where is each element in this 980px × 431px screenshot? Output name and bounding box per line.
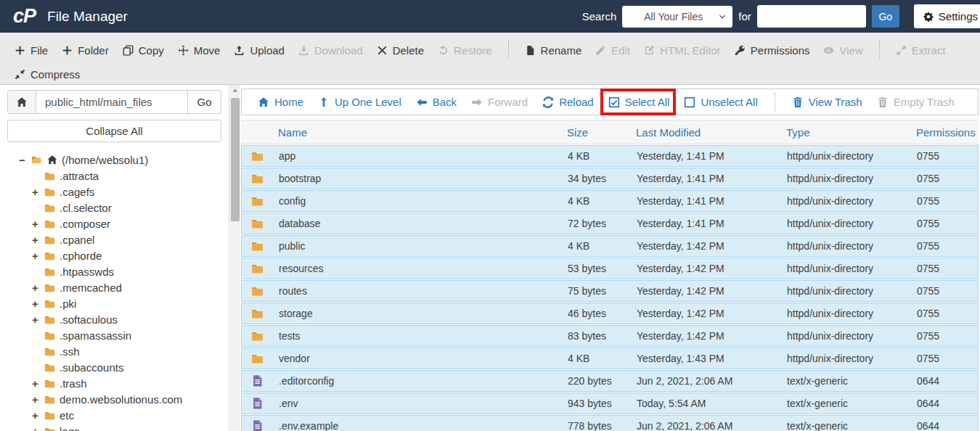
file-row[interactable]: app 4 KB Yesterday, 1:41 PM httpd/unix-d… bbox=[241, 145, 979, 167]
file-row[interactable]: storage 46 bytes Yesterday, 1:42 PM http… bbox=[241, 303, 979, 324]
tree-item[interactable]: − (/home/websolu1) bbox=[7, 152, 221, 168]
scroll-up-arrow[interactable] bbox=[231, 86, 240, 95]
column-header-last-modified[interactable]: Last Modified bbox=[636, 126, 701, 139]
column-header-permissions[interactable]: Permissions bbox=[916, 126, 976, 139]
sidebar-scrollbar[interactable] bbox=[229, 85, 240, 431]
folder-icon bbox=[251, 353, 264, 365]
tree-item[interactable]: + .composer bbox=[7, 216, 221, 231]
file-last-modified: Yesterday, 1:41 PM bbox=[637, 218, 724, 229]
search-go-button[interactable]: Go bbox=[872, 5, 899, 28]
toolbar-button[interactable]: Extract bbox=[896, 44, 946, 57]
tree-expander[interactable]: + bbox=[30, 377, 40, 390]
filenav-button[interactable]: View Trash bbox=[792, 96, 862, 108]
search-for-label: for bbox=[738, 10, 751, 22]
file-size: 34 bytes bbox=[568, 173, 606, 184]
tree-expander[interactable]: + bbox=[30, 313, 40, 326]
filenav-button[interactable]: Forward bbox=[471, 96, 528, 108]
tree-item[interactable]: + .cphorde bbox=[7, 247, 221, 263]
tree-expander[interactable]: + bbox=[30, 218, 40, 230]
toolbar-button[interactable]: Delete bbox=[377, 44, 424, 57]
tree-expander[interactable]: + bbox=[30, 425, 40, 431]
tree-expander[interactable]: + bbox=[30, 282, 40, 294]
tree-item[interactable]: + logs bbox=[7, 423, 221, 431]
tree-expander[interactable]: + bbox=[30, 186, 40, 198]
tree-expander[interactable]: + bbox=[30, 234, 40, 246]
tree-expander[interactable]: − bbox=[17, 154, 27, 166]
file-last-modified: Yesterday, 1:42 PM bbox=[637, 330, 724, 342]
tree-item[interactable]: .htpasswds bbox=[7, 263, 221, 279]
tree-expander[interactable]: + bbox=[30, 393, 40, 406]
toolbar-row-1: File Folder Copy Move Upload bbox=[15, 36, 980, 64]
toolbar-button[interactable]: Folder bbox=[62, 44, 109, 57]
file-type: httpd/unix-directory bbox=[787, 353, 873, 364]
toolbar-button[interactable]: Rename bbox=[525, 44, 582, 57]
file-row[interactable]: tests 83 bytes Yesterday, 1:42 PM httpd/… bbox=[241, 325, 979, 347]
tree-expander[interactable]: + bbox=[30, 297, 40, 310]
file-row[interactable]: vendor 4 KB Yesterday, 1:43 PM httpd/uni… bbox=[241, 348, 979, 369]
search-scope-select[interactable]: All Your Files bbox=[622, 6, 732, 28]
file-row[interactable]: database 72 bytes Yesterday, 1:41 PM htt… bbox=[241, 213, 979, 234]
tree-item[interactable]: .subaccounts bbox=[7, 359, 221, 375]
toolbar-button[interactable]: Permissions bbox=[735, 44, 810, 57]
tree-item[interactable]: + .cagefs bbox=[7, 184, 221, 200]
toolbar-button[interactable]: Download bbox=[298, 44, 363, 57]
column-header-name[interactable]: Name bbox=[278, 126, 307, 139]
filenav-button[interactable]: Reload bbox=[542, 96, 594, 108]
settings-button[interactable]: Settings bbox=[914, 4, 980, 28]
tree-item[interactable]: .attracta bbox=[7, 168, 221, 184]
column-header-size[interactable]: Size bbox=[567, 126, 588, 139]
toolbar-button[interactable]: Restore bbox=[438, 44, 492, 57]
tree-item[interactable]: .spamassassin bbox=[7, 327, 221, 343]
tree-item[interactable]: + .cpanel bbox=[7, 231, 221, 247]
toolbar-button[interactable]: Edit bbox=[595, 44, 630, 57]
toolbar-button[interactable]: Copy bbox=[123, 44, 164, 57]
collapse-all-button[interactable]: Collapse All bbox=[7, 120, 221, 142]
toolbar-divider bbox=[775, 93, 775, 112]
tree-item[interactable]: + .pki bbox=[7, 295, 221, 311]
checkbox-empty-icon bbox=[684, 97, 695, 108]
scrollbar-thumb[interactable] bbox=[231, 98, 240, 221]
toolbar-button[interactable]: Upload bbox=[234, 44, 285, 57]
file-row[interactable]: routes 75 bytes Yesterday, 1:42 PM httpd… bbox=[241, 280, 979, 302]
toolbar-button[interactable]: HTML Editor bbox=[644, 44, 721, 57]
filenav-button[interactable]: Select All bbox=[608, 96, 670, 108]
filenav-button[interactable]: Home bbox=[258, 96, 303, 108]
file-row[interactable]: .editorconfig 220 bytes Jun 2, 2021, 2:0… bbox=[241, 370, 979, 392]
tree-expander[interactable]: + bbox=[30, 409, 40, 422]
tree-item[interactable]: + demo.websolutionus.com bbox=[7, 391, 221, 407]
folder-icon bbox=[251, 240, 264, 253]
file-icon bbox=[525, 45, 536, 56]
toolbar-button[interactable]: View bbox=[823, 44, 862, 57]
file-permissions: 0644 bbox=[917, 398, 939, 409]
toolbar-button[interactable]: Move bbox=[178, 44, 221, 57]
tree-item[interactable]: + .memcached bbox=[7, 279, 221, 295]
tree-item[interactable]: + .trash bbox=[7, 375, 221, 391]
path-input[interactable] bbox=[36, 90, 188, 114]
sidebar-home-button[interactable] bbox=[7, 90, 36, 114]
filenav-button[interactable]: Back bbox=[416, 96, 457, 108]
filenav-button[interactable]: Empty Trash bbox=[877, 96, 955, 108]
search-input[interactable] bbox=[757, 5, 866, 28]
file-row[interactable]: bootstrap 34 bytes Yesterday, 1:41 PM ht… bbox=[241, 168, 979, 189]
filenav-button[interactable]: Up One Level bbox=[318, 96, 401, 108]
filenav-button[interactable]: Unselect All bbox=[684, 96, 757, 108]
file-row[interactable]: public 4 KB Yesterday, 1:42 PM httpd/uni… bbox=[241, 235, 979, 257]
file-row[interactable]: .env.example 778 bytes Jun 2, 2021, 2:06… bbox=[241, 415, 979, 431]
file-row[interactable]: .env 943 bytes Today, 5:54 AM text/x-gen… bbox=[241, 393, 979, 414]
toolbar-button[interactable]: File bbox=[15, 44, 48, 57]
tree-item[interactable]: + etc bbox=[7, 407, 221, 423]
path-go-button[interactable]: Go bbox=[188, 90, 221, 114]
filenav-button-label: Reload bbox=[559, 96, 594, 108]
file-row[interactable]: config 4 KB Yesterday, 1:41 PM httpd/uni… bbox=[241, 190, 979, 212]
file-size: 778 bytes bbox=[568, 420, 612, 431]
file-row[interactable]: resources 53 bytes Yesterday, 1:42 PM ht… bbox=[241, 258, 979, 279]
tree-item[interactable]: + .softaculous bbox=[7, 311, 221, 327]
column-header-type[interactable]: Type bbox=[786, 126, 810, 139]
toolbar-button-label: Move bbox=[194, 44, 221, 57]
tree-item-label: .subaccounts bbox=[60, 361, 123, 374]
toolbar-button[interactable]: Compress bbox=[15, 68, 80, 81]
tree-item[interactable]: .cl.selector bbox=[7, 200, 221, 216]
tree-item[interactable]: .ssh bbox=[7, 343, 221, 359]
file-name: .env bbox=[279, 398, 298, 409]
tree-expander[interactable]: + bbox=[30, 250, 40, 262]
